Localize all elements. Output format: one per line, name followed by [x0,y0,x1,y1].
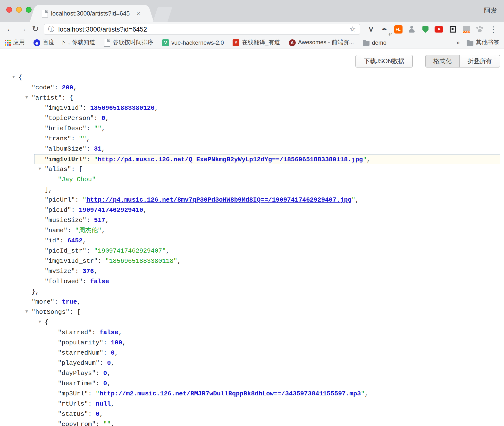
json-url-link[interactable]: http://p4.music.126.net/Q_ExePNkmgB2yWyL… [98,156,363,163]
other-bookmarks-label: 其他书签 [476,38,499,47]
minimize-window-button[interactable] [16,7,22,13]
json-punctuation: , [77,298,81,306]
json-punctuation: : [86,217,94,224]
json-punctuation: : [75,268,83,275]
new-tab-button[interactable] [153,7,172,22]
json-value: true [62,298,77,306]
json-punctuation: : [86,125,94,132]
json-line: "musicSize": 517, [0,215,504,225]
page-info-icon[interactable]: ⓘ [48,25,54,34]
bookmark-item-demo[interactable]: demo [363,39,386,46]
json-value: 0 [107,359,111,367]
extension-button-player[interactable]: PLAYER [459,22,473,36]
json-line: "hearTime": 0, [0,378,504,389]
extension-button-shield[interactable] [419,22,432,36]
bookmark-item-awesomes[interactable]: A Awesomes - 前端资... [289,38,354,47]
extension-button-fehelper[interactable]: FE [391,22,405,36]
json-punctuation: : [92,329,99,336]
extension-button-translate[interactable]: ✒ en [378,22,391,36]
json-value: 19097417462929410 [79,206,143,214]
json-punctuation: : [86,247,94,255]
json-punctuation: , [100,410,103,418]
json-value: 0 [96,410,100,418]
json-value: null [96,400,111,408]
json-punctuation: , [177,257,181,265]
json-punctuation: : [88,390,96,397]
tab-title: localhost:3000/artists?id=645 [51,10,132,17]
json-key: "popularity" [58,339,103,346]
bookmark-star-icon[interactable]: ☆ [349,25,356,34]
json-punctuation: : [75,196,83,204]
json-key: "topicPerson" [45,115,94,122]
json-line-selected: "img1v1Url": "http://p4.music.126.net/Q_… [34,154,500,164]
download-json-button[interactable]: 下载JSON数据 [355,55,412,68]
json-punctuation: : [ [69,308,81,316]
tab-close-icon[interactable]: × [135,10,142,17]
json-punctuation: : [86,145,94,153]
apps-grid-icon [5,40,11,45]
qr-code-icon [449,26,456,32]
json-value: 0 [101,115,105,122]
json-url-link[interactable]: http://m2.music.126.net/RMJR7wDullRqppBk… [100,390,361,397]
close-window-button[interactable] [6,7,12,13]
collapse-all-button[interactable]: 折叠所有 [459,55,500,68]
folder-icon [467,41,473,45]
extension-button-qrcode[interactable] [446,22,459,36]
json-punctuation: : [96,370,103,377]
json-key: "img1v1Id" [45,104,83,112]
json-punctuation: , [105,115,109,122]
browser-tab[interactable]: localhost:3000/artists?id=645 × [37,5,147,22]
bookmark-item-vue-hackernews[interactable]: V vue-hackernews-2.0 [162,39,224,46]
extension-button-people[interactable] [405,22,419,36]
format-button[interactable]: 格式化 [425,55,460,68]
address-bar[interactable]: ⓘ localhost:3000/artists?id=6452 ☆ [44,24,360,34]
json-line: ▼{ [0,72,504,83]
collapse-toggle-icon[interactable]: ▼ [37,317,43,327]
browser-window: localhost:3000/artists?id=645 × 阿发 ← → ↻… [0,0,504,426]
reload-button[interactable]: ↻ [29,22,42,36]
json-punctuation: : [103,339,111,346]
back-button[interactable]: ← [4,22,17,36]
json-key: "mvSize" [45,268,75,275]
profile-name[interactable]: 阿发 [484,6,497,15]
other-bookmarks[interactable]: 其他书签 [467,38,499,47]
json-punctuation: , [111,421,115,426]
bookmarks-overflow-icon[interactable]: » [456,39,460,46]
forward-button[interactable]: → [17,22,29,36]
json-line: "mvSize": 376, [0,266,504,276]
bookmark-item-baidu[interactable]: 百度一下，你就知道 [34,38,95,47]
bookmark-item-apps[interactable]: 应用 [5,38,25,47]
collapse-toggle-icon[interactable]: ▼ [24,307,30,317]
json-line: "rtUrls": null, [0,399,504,409]
json-url-link[interactable]: http://p4.music.126.net/8mv7qP30Pd3oHW8b… [86,196,352,204]
json-key: "img1v1Url" [45,156,86,163]
fe-icon: FE [394,25,402,33]
json-punctuation: : [54,298,62,306]
json-punctuation: , [111,400,115,408]
zoom-window-button[interactable] [26,7,32,13]
collapse-toggle-icon[interactable]: ▼ [11,72,17,83]
json-key: "starred" [58,329,92,336]
json-string: "" [79,135,86,142]
json-punctuation: : [98,257,105,265]
json-punctuation: , [107,380,111,387]
json-punctuation: : [67,227,75,234]
url-text[interactable]: localhost:3000/artists?id=6452 [58,26,349,33]
json-key: "img1v1Id_str" [45,257,98,265]
browser-menu-button[interactable]: ⋮ [487,22,500,36]
bookmark-item-google-sort[interactable]: 谷歌按时间排序 [104,38,153,47]
json-quote: " [96,390,100,397]
json-value: 0 [103,380,107,387]
collapse-toggle-icon[interactable]: ▼ [37,164,43,174]
extension-button-youtube[interactable] [432,22,446,36]
extension-button-paw[interactable] [473,22,487,36]
youtube-icon [435,26,443,32]
json-punctuation: : [88,400,96,408]
extension-button-v[interactable]: V [364,22,378,36]
json-punctuation: , [143,206,147,214]
json-key: "playedNum" [58,359,100,367]
bookmark-item-youdao[interactable]: Y 在线翻译_有道 [233,38,280,47]
collapse-toggle-icon[interactable]: ▼ [24,93,30,103]
bookmark-label: Awesomes - 前端资... [298,38,354,47]
json-punctuation: : [103,349,111,357]
